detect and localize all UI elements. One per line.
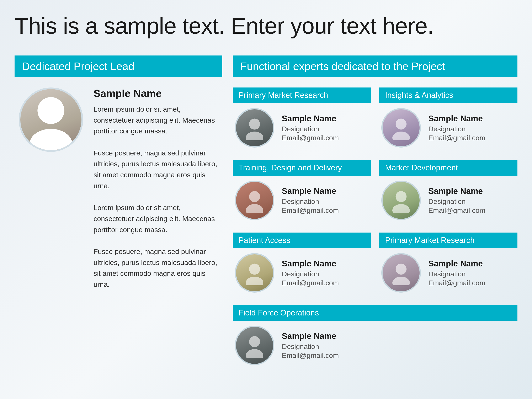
project-lead-avatar [19, 88, 83, 152]
category-header-ia: Insights & Analytics [379, 88, 518, 103]
svg-point-12 [396, 264, 407, 275]
avatar-silhouette [20, 89, 82, 150]
category-header-pmr1: Primary Market Research [233, 88, 371, 103]
expert-designation-md: Designation [428, 197, 515, 206]
expert-email-pmr2: Email@gmail.com [428, 279, 515, 287]
expert-name-md: Sample Name [428, 186, 515, 196]
expert-email-md: Email@gmail.com [428, 206, 515, 215]
expert-designation-pmr1: Designation [282, 125, 369, 133]
expert-name-pmr1: Sample Name [282, 114, 369, 123]
svg-point-1 [30, 129, 72, 150]
expert-info-ia: Sample Name Designation Email@gmail.com [428, 114, 515, 142]
main-content: Dedicated Project Lead Sample Name Lorem… [14, 56, 518, 369]
svg-point-10 [249, 264, 260, 275]
expert-name-pa: Sample Name [282, 259, 369, 268]
avatar-icon [242, 115, 267, 140]
expert-email-ia: Email@gmail.com [428, 134, 515, 142]
expert-email-pmr1: Email@gmail.com [282, 134, 369, 142]
expert-avatar-pmr1 [235, 108, 274, 147]
category-patient-access: Patient Access Sample Name Designation E… [233, 233, 371, 297]
expert-card-pmr1: Sample Name Designation Email@gmail.com [233, 108, 371, 152]
expert-card-ffo: Sample Name Designation Email@gmail.com [233, 326, 518, 369]
expert-card-tdd: Sample Name Designation Email@gmail.com [233, 181, 371, 224]
category-header-pmr2: Primary Market Research [379, 233, 518, 248]
expert-name-ffo: Sample Name [282, 331, 515, 341]
svg-point-4 [396, 119, 407, 130]
svg-point-9 [392, 204, 410, 213]
expert-name-tdd: Sample Name [282, 186, 369, 196]
svg-point-5 [392, 132, 410, 140]
right-panel: Functional experts dedicated to the Proj… [233, 56, 518, 369]
left-panel: Dedicated Project Lead Sample Name Lorem… [14, 56, 222, 369]
avatar-icon [242, 333, 267, 358]
category-insights-analytics: Insights & Analytics Sample Name Designa… [379, 88, 518, 152]
svg-point-8 [396, 191, 407, 202]
expert-name-ia: Sample Name [428, 114, 515, 123]
svg-point-2 [249, 119, 260, 130]
expert-email-ffo: Email@gmail.com [282, 351, 515, 360]
lead-description: Lorem ipsum dolor sit amet, consectetuer… [94, 104, 218, 290]
expert-avatar-md [381, 181, 421, 220]
page: This is a sample text. Enter your text h… [0, 0, 532, 399]
expert-info-md: Sample Name Designation Email@gmail.com [428, 186, 515, 215]
avatar-icon [242, 188, 267, 213]
expert-card-pmr2: Sample Name Designation Email@gmail.com [379, 253, 518, 297]
avatar-icon [242, 260, 267, 285]
category-market-development: Market Development Sample Name Designati… [379, 160, 518, 224]
svg-point-13 [392, 277, 410, 285]
expert-avatar-ffo [235, 326, 274, 365]
right-panel-header: Functional experts dedicated to the Proj… [233, 56, 518, 77]
expert-card-ia: Sample Name Designation Email@gmail.com [379, 108, 518, 152]
expert-name-pmr2: Sample Name [428, 259, 515, 268]
expert-info-pa: Sample Name Designation Email@gmail.com [282, 259, 369, 287]
category-field-force: Field Force Operations Sample Name Desig… [233, 305, 518, 369]
expert-info-pmr2: Sample Name Designation Email@gmail.com [428, 259, 515, 287]
expert-designation-tdd: Designation [282, 197, 369, 206]
expert-designation-pmr2: Designation [428, 270, 515, 278]
experts-grid: Primary Market Research Sample Name Desi… [233, 88, 518, 369]
expert-card-pa: Sample Name Designation Email@gmail.com [233, 253, 371, 297]
avatar-icon [389, 188, 413, 213]
expert-avatar-pmr2 [381, 253, 421, 293]
svg-point-0 [38, 97, 64, 124]
category-header-tdd: Training, Design and Delivery [233, 160, 371, 176]
expert-info-pmr1: Sample Name Designation Email@gmail.com [282, 114, 369, 142]
expert-designation-ia: Designation [428, 125, 515, 133]
lead-name: Sample Name [94, 88, 218, 100]
svg-point-6 [249, 191, 260, 202]
category-header-ffo: Field Force Operations [233, 305, 518, 321]
category-training-design: Training, Design and Delivery Sample Nam… [233, 160, 371, 224]
expert-designation-pa: Designation [282, 270, 369, 278]
expert-email-tdd: Email@gmail.com [282, 206, 369, 215]
category-primary-market-research-1: Primary Market Research Sample Name Desi… [233, 88, 371, 152]
svg-point-7 [246, 204, 263, 213]
avatar-icon [389, 115, 413, 140]
expert-avatar-pa [235, 253, 274, 293]
category-primary-market-research-2: Primary Market Research Sample Name Desi… [379, 233, 518, 297]
avatar-icon [389, 260, 413, 285]
svg-point-14 [249, 336, 260, 347]
svg-point-15 [246, 349, 263, 358]
lead-text: Sample Name Lorem ipsum dolor sit amet, … [94, 88, 218, 290]
expert-email-pa: Email@gmail.com [282, 279, 369, 287]
expert-card-md: Sample Name Designation Email@gmail.com [379, 181, 518, 224]
expert-avatar-tdd [235, 181, 274, 220]
svg-point-3 [246, 132, 263, 140]
svg-point-11 [246, 277, 263, 285]
expert-designation-ffo: Designation [282, 342, 515, 351]
expert-info-ffo: Sample Name Designation Email@gmail.com [282, 331, 515, 360]
left-panel-header: Dedicated Project Lead [14, 56, 222, 77]
expert-avatar-ia [381, 108, 421, 147]
project-lead-content: Sample Name Lorem ipsum dolor sit amet, … [14, 88, 222, 290]
category-header-md: Market Development [379, 160, 518, 176]
category-header-pa: Patient Access [233, 233, 371, 248]
expert-info-tdd: Sample Name Designation Email@gmail.com [282, 186, 369, 215]
page-title: This is a sample text. Enter your text h… [14, 13, 518, 39]
